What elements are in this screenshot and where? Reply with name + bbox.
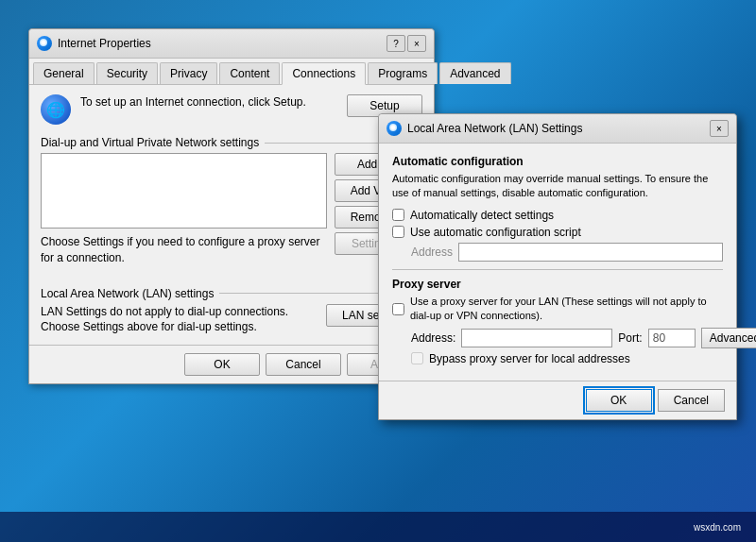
proxy-server-checkbox[interactable] — [392, 303, 404, 315]
close-button[interactable]: × — [407, 35, 426, 52]
ok-button[interactable]: OK — [184, 353, 260, 376]
proxy-server-header: Proxy server — [392, 278, 723, 291]
auto-config-header: Automatic configuration — [392, 155, 723, 168]
lan-section-title: Local Area Network (LAN) settings — [41, 287, 422, 300]
proxy-port-label: Port: — [618, 331, 642, 345]
taskbar: wsxdn.com — [0, 512, 756, 542]
dialup-section-title: Dial-up and Virtual Private Network sett… — [41, 136, 422, 149]
proxy-server-row: Use a proxy server for your LAN (These s… — [392, 295, 723, 324]
proxy-addr-port-row: Address: Port: Advanced — [411, 328, 723, 348]
lan-close-button[interactable]: × — [710, 120, 729, 137]
dialog-icon — [37, 36, 52, 51]
setup-text: To set up an Internet connection, click … — [80, 94, 337, 110]
auto-address-label: Address — [411, 246, 453, 259]
dialup-listbox[interactable] — [41, 153, 327, 229]
tab-connections[interactable]: Connections — [282, 62, 366, 85]
bypass-label: Bypass proxy server for local addresses — [429, 352, 630, 365]
tab-programs[interactable]: Programs — [368, 62, 438, 84]
internet-properties-title: Internet Properties — [58, 37, 387, 50]
tabs-container: General Security Privacy Content Connect… — [29, 59, 434, 85]
lan-footer: OK Cancel — [379, 381, 736, 419]
proxy-address-input[interactable] — [461, 329, 612, 347]
bypass-row: Bypass proxy server for local addresses — [411, 352, 723, 365]
auto-address-row: Address — [411, 243, 723, 262]
tab-content[interactable]: Content — [219, 62, 280, 84]
auto-address-input[interactable] — [458, 243, 723, 262]
lan-settings-dialog: Local Area Network (LAN) Settings × Auto… — [378, 113, 737, 420]
bypass-checkbox[interactable] — [411, 352, 423, 364]
tab-general[interactable]: General — [33, 62, 94, 84]
lan-titlebar: Local Area Network (LAN) Settings × — [379, 114, 736, 144]
dialup-list-area: Choose Settings if you need to configure… — [41, 153, 327, 276]
lan-row: LAN Settings do not apply to dial-up con… — [41, 304, 422, 336]
internet-properties-dialog: Internet Properties ? × General Security… — [28, 28, 435, 384]
tab-privacy[interactable]: Privacy — [160, 62, 217, 84]
internet-icon — [41, 94, 71, 125]
divider — [392, 269, 723, 270]
auto-detect-label: Automatically detect settings — [410, 209, 554, 222]
auto-detect-checkbox[interactable] — [392, 209, 404, 221]
auto-config-desc: Automatic configuration may override man… — [392, 172, 723, 201]
proxy-desc: Choose Settings if you need to configure… — [41, 234, 327, 266]
tab-advanced[interactable]: Advanced — [439, 62, 510, 84]
proxy-server-label: Use a proxy server for your LAN (These s… — [410, 295, 723, 324]
auto-script-label: Use automatic configuration script — [410, 226, 581, 239]
auto-detect-row: Automatically detect settings — [392, 209, 723, 222]
internet-properties-titlebar: Internet Properties ? × — [29, 29, 434, 59]
tab-security[interactable]: Security — [96, 62, 158, 84]
advanced-button[interactable]: Advanced — [701, 328, 756, 348]
help-button[interactable]: ? — [387, 35, 405, 52]
lan-cancel-button[interactable]: Cancel — [658, 389, 725, 412]
lan-dialog-body: Automatic configuration Automatic config… — [379, 144, 736, 381]
lan-settings-title: Local Area Network (LAN) Settings — [407, 122, 710, 135]
lan-section: Local Area Network (LAN) settings LAN Se… — [41, 287, 422, 336]
auto-script-checkbox[interactable] — [392, 226, 404, 238]
lan-dialog-icon — [387, 121, 402, 136]
title-controls: ? × — [387, 35, 426, 52]
lan-ok-button[interactable]: OK — [586, 389, 652, 412]
lan-desc: LAN Settings do not apply to dial-up con… — [41, 304, 318, 336]
watermark: wsxdn.com — [694, 522, 741, 533]
cancel-button[interactable]: Cancel — [266, 353, 341, 376]
setup-row: To set up an Internet connection, click … — [41, 94, 422, 125]
dialup-section: Choose Settings if you need to configure… — [41, 153, 422, 276]
internet-properties-footer: OK Cancel Apply — [29, 345, 434, 383]
proxy-address-label: Address: — [411, 331, 455, 345]
dialog-body: To set up an Internet connection, click … — [29, 85, 434, 345]
proxy-port-input[interactable] — [648, 329, 696, 347]
lan-title-controls: × — [710, 120, 729, 137]
auto-script-row: Use automatic configuration script — [392, 226, 723, 239]
